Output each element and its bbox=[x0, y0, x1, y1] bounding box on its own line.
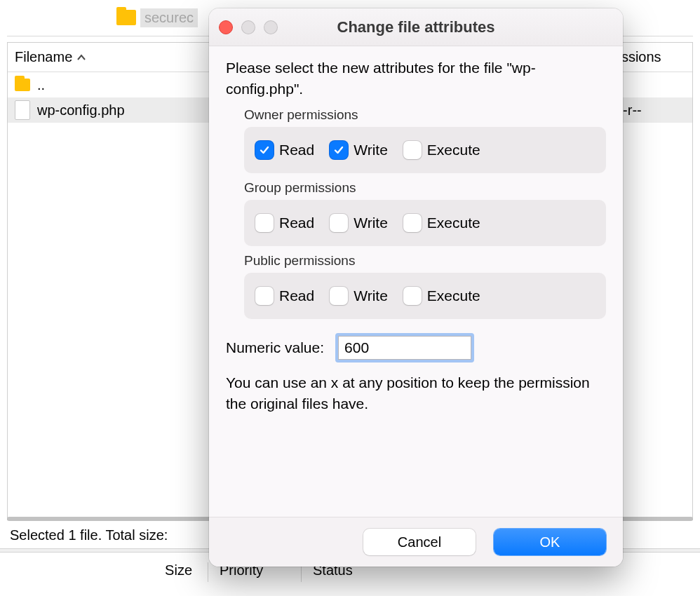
change-attributes-dialog: Change file attributes Please select the… bbox=[209, 8, 623, 567]
checkbox-label: Write bbox=[354, 287, 388, 304]
section-label: Public permissions bbox=[244, 253, 606, 269]
dialog-titlebar: Change file attributes bbox=[209, 8, 623, 46]
column-separator bbox=[208, 562, 208, 582]
queue-col-size[interactable]: Size bbox=[7, 562, 196, 582]
checkbox-label: Execute bbox=[427, 142, 480, 158]
owner-permissions-section: Owner permissions Read Write Execute bbox=[244, 107, 606, 173]
column-filename-label: Filename bbox=[15, 49, 72, 65]
checkbox-icon bbox=[255, 214, 274, 232]
status-line: Selected 1 file. Total size: bbox=[10, 527, 168, 543]
permission-hint: You can use an x at any position to keep… bbox=[226, 372, 606, 415]
checkbox-icon bbox=[403, 141, 422, 159]
numeric-value-focus-ring bbox=[335, 333, 474, 363]
path-segment: securec bbox=[140, 8, 198, 27]
checkbox-label: Execute bbox=[427, 287, 480, 304]
checkbox-icon bbox=[255, 287, 274, 305]
checkbox-icon bbox=[330, 287, 348, 305]
close-icon[interactable] bbox=[219, 20, 233, 34]
checkbox-label: Read bbox=[279, 287, 314, 304]
numeric-value-label: Numeric value: bbox=[226, 339, 324, 356]
checkbox-icon bbox=[403, 214, 422, 232]
dialog-instruction: Please select the new attributes for the… bbox=[226, 57, 606, 100]
window-controls[interactable] bbox=[219, 20, 278, 34]
folder-icon bbox=[116, 10, 136, 25]
group-write-checkbox[interactable]: Write bbox=[330, 214, 388, 232]
group-execute-checkbox[interactable]: Execute bbox=[403, 214, 480, 232]
owner-read-checkbox[interactable]: Read bbox=[255, 141, 314, 159]
public-permissions-section: Public permissions Read Write Execute bbox=[244, 253, 606, 319]
checkbox-label: Execute bbox=[427, 215, 480, 231]
public-write-checkbox[interactable]: Write bbox=[330, 287, 388, 305]
numeric-value-input[interactable] bbox=[338, 336, 471, 360]
maximize-icon bbox=[264, 20, 278, 34]
public-execute-checkbox[interactable]: Execute bbox=[403, 287, 480, 305]
checkbox-icon bbox=[255, 141, 274, 159]
group-permissions-box: Read Write Execute bbox=[244, 200, 606, 246]
checkbox-label: Read bbox=[279, 215, 314, 231]
public-permissions-box: Read Write Execute bbox=[244, 273, 606, 319]
section-label: Group permissions bbox=[244, 180, 606, 196]
section-label: Owner permissions bbox=[244, 107, 606, 123]
owner-write-checkbox[interactable]: Write bbox=[330, 141, 388, 159]
checkbox-label: Read bbox=[279, 142, 314, 158]
folder-icon bbox=[15, 79, 30, 91]
checkbox-icon bbox=[403, 287, 422, 305]
checkbox-label: Write bbox=[354, 215, 388, 231]
checkbox-icon bbox=[330, 214, 348, 232]
ok-button[interactable]: OK bbox=[494, 529, 606, 555]
public-read-checkbox[interactable]: Read bbox=[255, 287, 314, 305]
group-permissions-section: Group permissions Read Write Execute bbox=[244, 180, 606, 246]
minimize-icon bbox=[241, 20, 255, 34]
owner-permissions-box: Read Write Execute bbox=[244, 127, 606, 173]
cancel-button[interactable]: Cancel bbox=[363, 529, 476, 555]
dialog-body: Please select the new attributes for the… bbox=[209, 46, 623, 517]
file-icon bbox=[15, 100, 30, 120]
chevron-up-icon bbox=[76, 54, 86, 61]
dialog-footer: Cancel OK bbox=[209, 517, 623, 567]
owner-execute-checkbox[interactable]: Execute bbox=[403, 141, 480, 159]
checkbox-label: Write bbox=[354, 142, 388, 158]
group-read-checkbox[interactable]: Read bbox=[255, 214, 314, 232]
checkbox-icon bbox=[330, 141, 348, 159]
numeric-value-row: Numeric value: bbox=[226, 333, 606, 363]
